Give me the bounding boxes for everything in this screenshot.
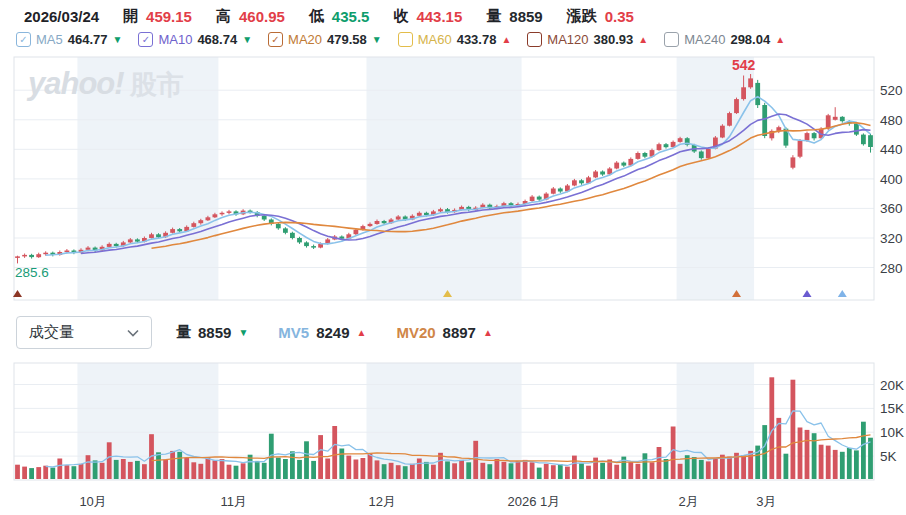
ma10-value: 468.74 <box>197 32 237 47</box>
up-triangle-icon: ▲ <box>357 328 367 338</box>
mv5-value: 8249 <box>316 324 349 341</box>
svg-text:10月: 10月 <box>79 494 106 509</box>
ma120-checkbox[interactable] <box>527 32 542 47</box>
up-triangle-icon: ▲ <box>501 35 511 45</box>
check-icon: ✓ <box>142 35 150 45</box>
x-axis-month-labels: 10月11月12月2026 1月2月3月 <box>79 494 776 509</box>
price-volume-chart[interactable]: 10月11月12月2026 1月2月3月52048044040036032028… <box>0 0 906 515</box>
high-label: 高 <box>216 7 231 26</box>
ma10-toggle[interactable]: ✓ MA10 468.74 ▼ <box>138 32 252 47</box>
volume-stat-label: 量 <box>176 323 191 342</box>
ohlc-low: 低 435.5 <box>309 7 370 26</box>
mv20-value: 8897 <box>443 324 476 341</box>
check-icon: ✓ <box>271 35 279 45</box>
volume-value: 8859 <box>509 8 542 25</box>
svg-text:520: 520 <box>880 83 903 98</box>
svg-text:11月: 11月 <box>220 494 247 509</box>
svg-text:2月: 2月 <box>679 494 699 509</box>
down-triangle-icon: ▼ <box>113 35 123 45</box>
svg-text:360: 360 <box>880 201 903 216</box>
ma120-label: MA120 <box>547 32 588 47</box>
ma120-toggle[interactable]: MA120 380.93 ▲ <box>527 32 648 47</box>
mv5-stat: MV5 8249 ▲ <box>278 324 366 341</box>
open-label: 開 <box>123 7 138 26</box>
volume-stat-value: 8859 <box>198 324 231 341</box>
up-triangle-icon: ▲ <box>483 328 493 338</box>
ma5-label: MA5 <box>36 32 63 47</box>
ma10-label: MA10 <box>158 32 192 47</box>
svg-text:3月: 3月 <box>756 494 776 509</box>
ohlc-volume: 量 8859 <box>486 7 542 26</box>
y-axis-labels: 52048044040036032028020K15K10K5K <box>880 83 904 464</box>
ma60-value: 433.78 <box>457 32 497 47</box>
ma10-checkbox[interactable]: ✓ <box>138 32 153 47</box>
mv20-label: MV20 <box>396 324 435 341</box>
ma240-toggle[interactable]: MA240 298.04 ▲ <box>664 32 785 47</box>
svg-text:480: 480 <box>880 113 903 128</box>
ma20-value: 479.58 <box>327 32 367 47</box>
ma20-checkbox[interactable]: ✓ <box>268 32 283 47</box>
ohlc-high: 高 460.95 <box>216 7 285 26</box>
low-label: 低 <box>309 7 324 26</box>
volume-indicator-selected: 成交量 <box>29 323 74 342</box>
up-triangle-icon: ▲ <box>638 35 648 45</box>
open-value: 459.15 <box>146 8 192 25</box>
ma240-value: 298.04 <box>730 32 770 47</box>
ohlc-open: 開 459.15 <box>123 7 192 26</box>
check-icon: ✓ <box>19 35 27 45</box>
svg-text:10K: 10K <box>880 425 904 440</box>
down-triangle-icon: ▼ <box>372 35 382 45</box>
chevron-down-icon <box>127 329 139 337</box>
svg-text:440: 440 <box>880 142 903 157</box>
volume-stat: 量 8859 ▼ <box>176 323 248 342</box>
close-label: 收 <box>393 7 408 26</box>
ohlc-summary-bar: 2026/03/24 開 459.15 高 460.95 低 435.5 收 4… <box>24 7 634 26</box>
ma20-label: MA20 <box>288 32 322 47</box>
ma60-checkbox[interactable] <box>398 32 413 47</box>
main-chart-area[interactable] <box>14 57 874 300</box>
ma240-checkbox[interactable] <box>664 32 679 47</box>
volume-stats: 量 8859 ▼ MV5 8249 ▲ MV20 8897 ▲ <box>176 323 493 342</box>
ma120-value: 380.93 <box>594 32 634 47</box>
quote-date: 2026/03/24 <box>24 8 99 25</box>
volume-indicator-select[interactable]: 成交量 <box>16 316 152 349</box>
ohlc-change: 漲跌 0.35 <box>567 7 634 26</box>
mv5-label: MV5 <box>278 324 309 341</box>
change-value: 0.35 <box>605 8 634 25</box>
close-value: 443.15 <box>416 8 462 25</box>
svg-text:2026 1月: 2026 1月 <box>508 494 561 509</box>
down-triangle-icon: ▼ <box>238 328 248 338</box>
low-value: 435.5 <box>332 8 370 25</box>
down-triangle-icon: ▼ <box>242 35 252 45</box>
svg-text:20K: 20K <box>880 378 904 393</box>
svg-text:5K: 5K <box>880 449 897 464</box>
ma60-toggle[interactable]: MA60 433.78 ▲ <box>398 32 512 47</box>
high-value: 460.95 <box>239 8 285 25</box>
svg-text:15K: 15K <box>880 401 904 416</box>
up-triangle-icon: ▲ <box>775 35 785 45</box>
ma-legend-bar: ✓ MA5 464.77 ▼ ✓ MA10 468.74 ▼ ✓ MA20 47… <box>16 32 785 47</box>
svg-text:12月: 12月 <box>369 494 396 509</box>
volume-label: 量 <box>486 7 501 26</box>
ma5-checkbox[interactable]: ✓ <box>16 32 31 47</box>
ma5-toggle[interactable]: ✓ MA5 464.77 ▼ <box>16 32 122 47</box>
ohlc-close: 收 443.15 <box>393 7 462 26</box>
svg-text:400: 400 <box>880 172 903 187</box>
change-label: 漲跌 <box>567 7 597 26</box>
svg-text:280: 280 <box>880 261 903 276</box>
mv20-stat: MV20 8897 ▲ <box>396 324 492 341</box>
ma5-value: 464.77 <box>68 32 108 47</box>
ma20-toggle[interactable]: ✓ MA20 479.58 ▼ <box>268 32 382 47</box>
ma60-label: MA60 <box>418 32 452 47</box>
ma240-label: MA240 <box>684 32 725 47</box>
stock-chart-page: 10月11月12月2026 1月2月3月52048044040036032028… <box>0 0 906 515</box>
volume-pane-header: 成交量 量 8859 ▼ MV5 8249 ▲ MV20 8897 ▲ <box>16 316 493 349</box>
svg-text:320: 320 <box>880 231 903 246</box>
volume-chart-area[interactable] <box>14 363 874 480</box>
